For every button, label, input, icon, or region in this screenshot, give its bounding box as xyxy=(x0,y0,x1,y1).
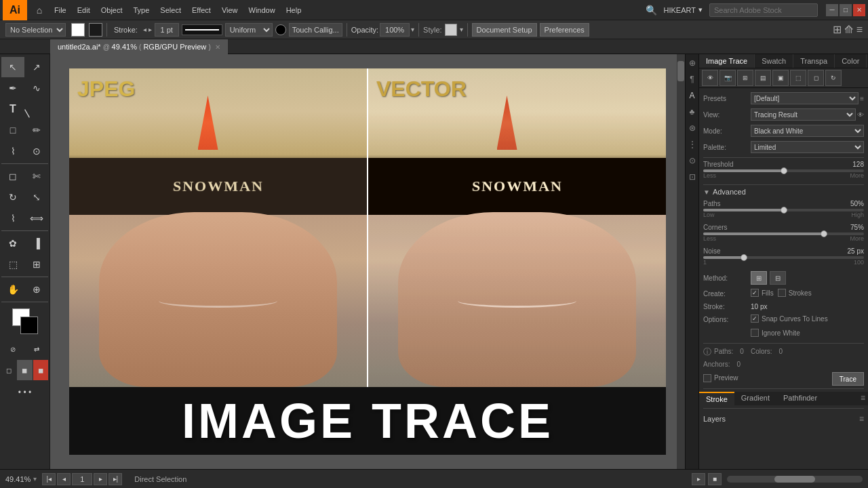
zoom-dropdown-arrow[interactable]: ▾ xyxy=(33,475,37,483)
minimize-button[interactable]: ─ xyxy=(826,4,838,16)
stop-button[interactable]: ■ xyxy=(708,473,722,485)
direct-selection-tool[interactable]: ↗ xyxy=(25,57,48,77)
layers-menu-icon[interactable]: ≡ xyxy=(859,414,864,424)
style-dropdown-arrow[interactable]: ▾ xyxy=(460,26,463,33)
preview-checkbox[interactable] xyxy=(703,374,711,382)
ignore-white-checkbox[interactable] xyxy=(751,329,759,337)
symbol-sprayer-tool[interactable]: ✿ xyxy=(1,233,24,253)
tab-swatch[interactable]: Swatch xyxy=(755,54,793,68)
blob-brush-tool[interactable]: ⊙ xyxy=(25,141,48,161)
trace-icon-6[interactable]: ⬚ xyxy=(790,70,806,86)
panel-icon-6[interactable]: ⋮ xyxy=(686,138,698,150)
menu-view[interactable]: View xyxy=(216,0,243,20)
presets-dropdown[interactable]: [Default] xyxy=(751,92,859,104)
stock-search-input[interactable] xyxy=(709,3,818,17)
panel-icon-2[interactable]: ¶ xyxy=(686,73,698,85)
presets-menu-icon[interactable]: ≡ xyxy=(860,95,864,102)
width-tool[interactable]: ⟺ xyxy=(25,208,48,228)
strokes-checkbox[interactable] xyxy=(778,289,786,297)
panel-icon-8[interactable]: ⊡ xyxy=(686,171,698,183)
panel-icon-3[interactable]: A xyxy=(686,89,698,102)
trace-icon-5[interactable]: ▣ xyxy=(772,70,789,86)
maximize-button[interactable]: □ xyxy=(840,4,852,16)
tab-transparency[interactable]: Transpa xyxy=(793,54,835,68)
menu-edit[interactable]: Edit xyxy=(72,0,96,20)
corners-track[interactable] xyxy=(703,232,864,235)
paths-thumb[interactable] xyxy=(781,207,787,214)
zoom-tool[interactable]: ⊕ xyxy=(25,279,48,300)
clip-mode[interactable]: ◼ xyxy=(33,360,48,380)
background-color[interactable] xyxy=(20,317,38,334)
tab-image-trace[interactable]: Image Trace xyxy=(699,54,755,68)
panel-icon-1[interactable]: ⊕ xyxy=(686,57,698,69)
threshold-track[interactable] xyxy=(703,169,864,172)
fill-none[interactable]: ⊘ xyxy=(1,339,24,359)
user-dropdown-icon[interactable]: ▾ xyxy=(698,5,703,14)
tab-close-button[interactable]: ✕ xyxy=(215,43,220,51)
scale-tool[interactable]: ⤡ xyxy=(25,187,48,207)
draw-mode[interactable]: ◼ xyxy=(17,360,32,380)
stroke-type-dropdown[interactable]: Uniform xyxy=(225,23,273,37)
nav-last[interactable]: ▸| xyxy=(108,473,122,485)
trace-icon-2[interactable]: 📷 xyxy=(719,70,736,86)
noise-thumb[interactable] xyxy=(741,254,747,261)
menu-file[interactable]: File xyxy=(49,0,72,20)
stroke-width-input[interactable] xyxy=(155,23,179,37)
fill-swatch[interactable] xyxy=(71,23,85,37)
trace-icon-4[interactable]: ▤ xyxy=(755,70,771,86)
trace-button[interactable]: Trace xyxy=(832,372,864,386)
panel-icon-5[interactable]: ⊛ xyxy=(686,122,698,134)
brush-color[interactable] xyxy=(275,24,286,35)
paths-track[interactable] xyxy=(703,209,864,211)
menu-window[interactable]: Window xyxy=(243,0,281,20)
menu-effect[interactable]: Effect xyxy=(186,0,216,20)
noise-track[interactable] xyxy=(703,256,864,259)
method-btn-1[interactable]: ⊞ xyxy=(751,271,767,285)
stroke-panel-menu[interactable]: ≡ xyxy=(858,392,868,405)
nav-first[interactable]: |◂ xyxy=(42,473,56,485)
fills-checkbox[interactable] xyxy=(751,289,759,297)
mode-dropdown[interactable]: Black and White xyxy=(751,125,864,137)
pen-tool[interactable]: ✒ xyxy=(1,78,24,98)
advanced-header[interactable]: ▼ Advanced xyxy=(703,188,864,196)
rectangle-tool[interactable]: □ xyxy=(1,120,24,140)
pathfinder-tab[interactable]: Pathfinder xyxy=(776,392,824,405)
stroke-tab[interactable]: Stroke xyxy=(699,392,734,405)
trace-icon-1[interactable]: 👁 xyxy=(702,70,718,86)
trace-icon-8[interactable]: ↻ xyxy=(825,70,842,86)
tab-color[interactable]: Color xyxy=(835,54,867,68)
eraser-tool[interactable]: ◻ xyxy=(1,166,24,186)
panel-icon-clubs[interactable]: ♣ xyxy=(686,106,698,118)
menu-type[interactable]: Type xyxy=(128,0,155,20)
play-button[interactable]: ▸ xyxy=(692,473,705,485)
warp-tool[interactable]: ⌇ xyxy=(1,208,24,228)
gradient-tab[interactable]: Gradient xyxy=(734,392,776,405)
trace-icon-7[interactable]: ◻ xyxy=(808,70,824,86)
nav-prev[interactable]: ◂ xyxy=(57,473,71,485)
stroke-arrows[interactable]: ◂ ▸ xyxy=(143,26,152,33)
scissors-tool[interactable]: ✄ xyxy=(25,166,48,186)
menu-select[interactable]: Select xyxy=(155,0,186,20)
menu-object[interactable]: Object xyxy=(96,0,128,20)
corners-thumb[interactable] xyxy=(821,230,827,237)
horizontal-scroll-thumb[interactable] xyxy=(774,476,815,483)
style-swatch[interactable] xyxy=(445,24,457,36)
view-dropdown[interactable]: Tracing Result xyxy=(751,108,856,121)
paintbrush-tool[interactable]: ⌇ xyxy=(1,141,24,161)
page-input[interactable] xyxy=(72,473,92,485)
vertical-scrollbar[interactable] xyxy=(677,54,685,469)
artboard-tool[interactable]: ⬚ xyxy=(1,254,24,274)
more-tools[interactable]: • • • xyxy=(1,382,48,403)
slice-tool[interactable]: ⊞ xyxy=(25,254,48,274)
rotate-tool[interactable]: ↻ xyxy=(1,187,24,207)
trace-icon-3[interactable]: ⊞ xyxy=(737,70,753,86)
document-setup-button[interactable]: Document Setup xyxy=(472,23,537,37)
menu-help[interactable]: Help xyxy=(281,0,307,20)
scroll-thumb-v[interactable] xyxy=(677,61,684,81)
view-eye-icon[interactable]: 👁 xyxy=(857,111,864,119)
hand-tool[interactable]: ✋ xyxy=(1,279,24,300)
preferences-button[interactable]: Preferences xyxy=(540,23,589,37)
swap-colors[interactable]: ⇄ xyxy=(25,339,48,359)
selection-tool[interactable]: ↖ xyxy=(1,57,24,77)
brush-selector[interactable]: Touch Callig... xyxy=(289,23,342,37)
